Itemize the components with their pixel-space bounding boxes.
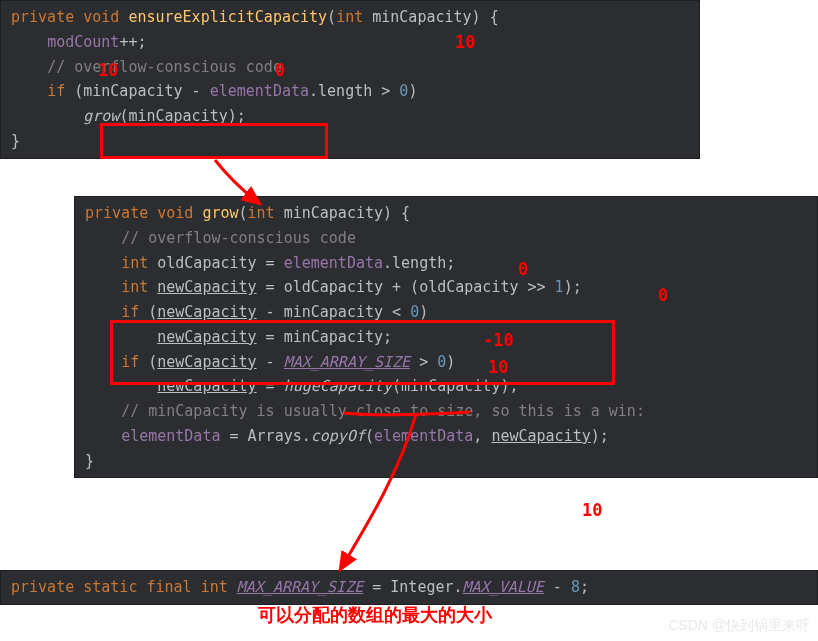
annotation-caption: 可以分配的数组的最大的大小 — [258, 600, 492, 630]
annotation-value: 10 — [582, 496, 602, 524]
code-block: private static final int MAX_ARRAY_SIZE … — [1, 575, 817, 600]
annotation-value: 10 — [455, 28, 475, 56]
annotation-value: 10 — [98, 56, 118, 84]
annotation-value: 0 — [275, 56, 285, 84]
annotation-value: 10 — [488, 353, 508, 381]
annotation-value: 0 — [658, 281, 668, 309]
code-block: private void grow(int minCapacity) { // … — [75, 201, 817, 473]
annotation-value: -10 — [483, 326, 514, 354]
code-panel-grow: private void grow(int minCapacity) { // … — [74, 196, 818, 478]
annotation-value: 0 — [518, 255, 528, 283]
watermark: CSDN @快到锅里来呀 — [668, 614, 810, 637]
